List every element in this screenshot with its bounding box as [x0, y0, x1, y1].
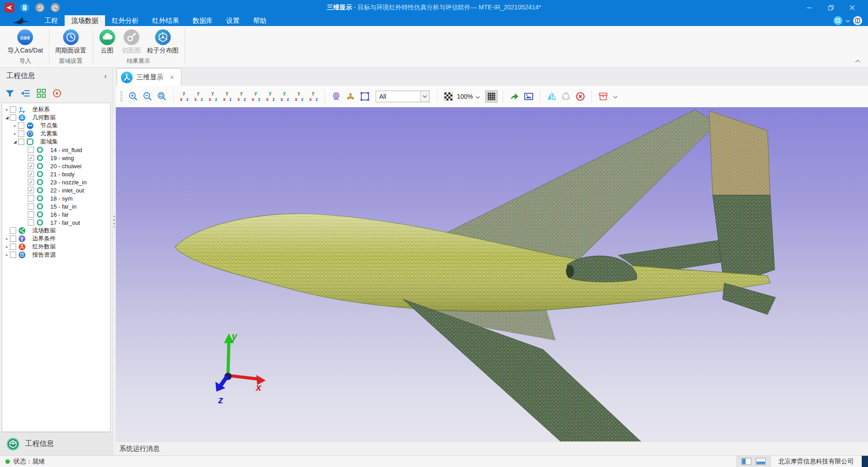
cancel-button[interactable] [574, 90, 587, 103]
tree-checkbox[interactable]: ✓ [28, 179, 34, 185]
expand-expanded-icon[interactable]: ◢ [12, 140, 18, 144]
tree-item[interactable]: ▸ 红外数据 [2, 243, 110, 251]
combobox-dropdown-button[interactable] [420, 91, 429, 102]
filter-button[interactable] [4, 88, 15, 99]
tree-item[interactable]: 流场数据 [2, 227, 110, 235]
tree-item[interactable]: ◢ 几何数据 [2, 113, 110, 122]
export-button[interactable] [508, 90, 521, 103]
tree-item[interactable]: ▸ yzx 坐标系 [2, 105, 110, 113]
zoom-in-button[interactable] [127, 90, 140, 103]
layout-bottom-panel-button[interactable] [756, 458, 766, 465]
snapshot-button[interactable] [522, 90, 535, 103]
panel-footer[interactable]: 工程信息 [0, 432, 112, 455]
tree-item[interactable]: 15 - far_in [2, 202, 110, 210]
tree-item[interactable]: ▸ 元素集 [2, 130, 110, 138]
locate-button[interactable] [52, 88, 62, 99]
tree-checkbox[interactable] [28, 211, 34, 218]
view-orientation-10-button[interactable]: yxz [308, 90, 320, 103]
tree-item[interactable]: ✓ 20 - chuiwei [2, 162, 110, 170]
package-button[interactable] [597, 90, 609, 103]
tree-checkbox[interactable] [10, 114, 16, 121]
viewport-3d[interactable]: y x z [116, 107, 868, 441]
tree-checkbox[interactable] [28, 147, 34, 153]
save-button[interactable] [20, 3, 30, 13]
mesh-grid-button[interactable] [485, 90, 498, 103]
tab-close-icon[interactable]: ✕ [170, 74, 175, 81]
ribbon-button-particle-map[interactable]: 粒子分布图 [145, 28, 181, 57]
outline-button[interactable] [20, 88, 31, 99]
view-orientation-7-button[interactable]: yxz [265, 90, 276, 103]
tree-checkbox[interactable] [28, 219, 34, 226]
tree-checkbox[interactable] [18, 131, 24, 137]
menu-item-database[interactable]: 数据库 [186, 15, 219, 26]
expand-collapsed-icon[interactable]: ▸ [4, 107, 10, 112]
view-orientation-1-button[interactable]: yxz [179, 90, 190, 103]
menu-item-help[interactable]: 帮助 [246, 15, 273, 26]
tree-item[interactable]: ▸ 节点集 [2, 122, 110, 130]
ribbon-button-periodic-surface[interactable]: 周期面设置 [53, 28, 89, 57]
menu-item-ir-analysis[interactable]: 红外分析 [105, 15, 145, 26]
expand-collapsed-icon[interactable]: ▸ [12, 131, 18, 136]
style-dropdown-caret[interactable] [846, 17, 850, 25]
style-switch-button[interactable] [833, 16, 843, 26]
mirror-button[interactable] [545, 90, 558, 103]
region-select-button[interactable] [359, 90, 371, 103]
tab-3d-view[interactable]: 三维显示 ✕ [117, 68, 181, 86]
expand-collapsed-icon[interactable]: ▸ [4, 253, 10, 257]
panel-collapse-button[interactable]: ‹ [104, 72, 107, 80]
tree-checkbox[interactable]: ✓ [28, 171, 34, 177]
menu-item-flow-data[interactable]: 流场数据 [65, 15, 105, 26]
tree-item[interactable]: ▸ 边界条件 [2, 235, 110, 243]
zoom-percent-caret[interactable] [476, 92, 480, 100]
ribbon-button-contour-map[interactable]: 云图 [96, 28, 118, 57]
tree-item[interactable]: 18 - sym [2, 194, 110, 202]
notebook-button[interactable] [853, 16, 863, 26]
ribbon-collapse-button[interactable] [855, 58, 861, 65]
view-orientation-4-button[interactable]: yxz [222, 90, 233, 103]
tree-checkbox[interactable] [18, 122, 24, 129]
view-orientation-6-button[interactable]: yxz [250, 90, 262, 103]
tree-item[interactable]: ✓ 19 - wing [2, 154, 110, 162]
tree-checkbox[interactable] [10, 244, 16, 250]
tree-checkbox[interactable] [10, 106, 16, 113]
tree-checkbox[interactable]: ✓ [28, 155, 34, 161]
view-orientation-5-button[interactable]: yxz [236, 90, 248, 103]
zoom-fit-button[interactable] [156, 90, 168, 103]
view-orientation-8-button[interactable]: yxz [279, 90, 291, 103]
app-pin-button[interactable] [4, 3, 14, 13]
tree-item[interactable]: 16 - far [2, 210, 110, 218]
zoom-percent-value[interactable]: 100% [457, 93, 473, 100]
tree-checkbox[interactable]: ✓ [28, 187, 34, 193]
menu-item-project[interactable]: 工程 [38, 15, 65, 26]
group-button[interactable] [36, 88, 47, 99]
tree-item[interactable]: ✓ 21 - body [2, 170, 110, 178]
tree-item[interactable]: 17 - far_out [2, 218, 110, 227]
minimize-button[interactable] [802, 2, 817, 13]
transparency-button[interactable] [443, 90, 454, 103]
restore-button[interactable] [823, 2, 838, 13]
tree-item[interactable]: ✓ 22 - inlet_out [2, 186, 110, 194]
menu-item-ir-results[interactable]: 红外结果 [145, 15, 186, 26]
ribbon-button-import-cas-dat[interactable]: cas 导入Cas/Dat [5, 28, 45, 57]
tree-checkbox[interactable] [10, 236, 16, 242]
tree-checkbox[interactable]: ✓ [28, 163, 34, 169]
display-filter-combobox[interactable]: All [376, 91, 430, 102]
panel-splitter[interactable] [112, 68, 116, 455]
zoom-out-button[interactable] [141, 90, 154, 103]
toolbar-grip-handle[interactable] [120, 92, 123, 101]
tree-item[interactable]: ✓ 23 - nozzle_in [2, 178, 110, 186]
view-orientation-9-button[interactable]: yxz [294, 90, 305, 103]
layout-left-panel-button[interactable] [741, 458, 751, 465]
camera-button[interactable] [330, 90, 342, 103]
splitter-handle[interactable] [114, 216, 115, 227]
view-orientation-2-button[interactable]: yxz [193, 90, 205, 103]
tree-checkbox[interactable] [28, 203, 34, 209]
tree-checkbox[interactable] [28, 195, 34, 201]
tree-checkbox[interactable] [10, 252, 16, 258]
tree-item[interactable]: ▸ 报告资源 [2, 251, 110, 259]
tree-checkbox[interactable] [10, 227, 16, 234]
package-dropdown-caret[interactable] [613, 92, 618, 100]
expand-expanded-icon[interactable]: ◢ [4, 115, 10, 120]
view-orientation-3-button[interactable]: yxz [207, 90, 219, 103]
expand-collapsed-icon[interactable]: ▸ [4, 244, 10, 249]
